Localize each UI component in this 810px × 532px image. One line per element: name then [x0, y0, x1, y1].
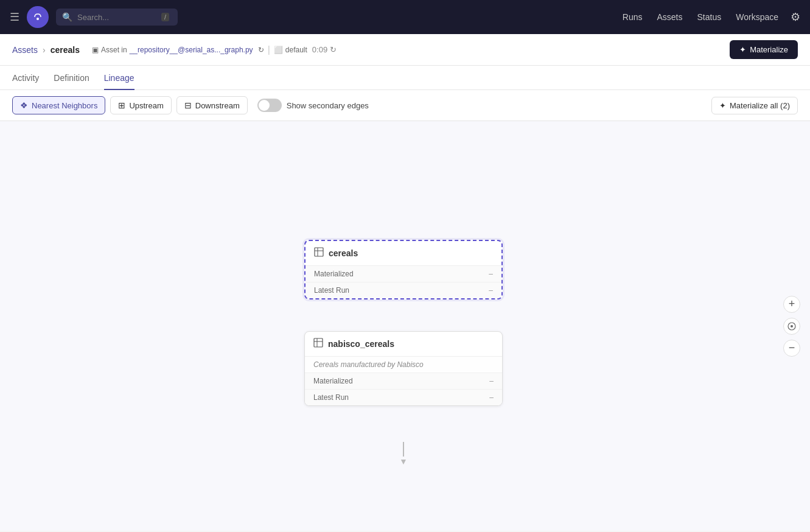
node-nabisco-name: nabisco_cereals [328, 339, 394, 349]
nav-runs[interactable]: Runs [623, 12, 643, 22]
node-cereals-materialized-label: Materialized [314, 270, 489, 278]
secondary-edges-label: Show secondary edges [287, 101, 369, 110]
nearest-neighbors-button[interactable]: ❖ Nearest Neighbors [12, 96, 105, 114]
materialize-all-button[interactable]: ✦ Materialize all (2) [711, 97, 798, 114]
repo-icon: ▣ [92, 46, 99, 54]
menu-icon[interactable]: ☰ [10, 10, 19, 24]
node-cereals-latest-run: Latest Run – [305, 282, 501, 298]
svg-point-1 [37, 18, 39, 20]
svg-rect-2 [315, 248, 323, 256]
nearest-neighbors-label: Nearest Neighbors [32, 101, 97, 110]
nav-status[interactable]: Status [697, 12, 722, 22]
node-nabisco-header: nabisco_cereals [305, 332, 502, 357]
node-nabisco-latest-run-value: – [489, 393, 494, 402]
node-cereals[interactable]: cereals Materialized – Latest Run – [304, 240, 503, 299]
node-cereals-icon [314, 247, 324, 259]
nearest-neighbors-icon: ❖ [20, 100, 28, 110]
asset-in-label: Asset in [101, 46, 127, 54]
node-cereals-latest-run-value: – [489, 286, 493, 295]
asset-node-nabisco[interactable]: nabisco_cereals Cereals manufactured by … [304, 331, 503, 406]
zoom-reset-button[interactable] [783, 318, 800, 335]
materialize-label: Materialize [750, 45, 788, 54]
downstream-icon: ⊟ [184, 100, 192, 110]
node-nabisco-materialized: Materialized – [305, 373, 502, 390]
node-cereals-materialized: Materialized – [305, 266, 501, 282]
node-cereals-latest-run-label: Latest Run [314, 286, 489, 295]
topnav-links: Runs Assets Status Workspace [623, 12, 778, 22]
tab-activity[interactable]: Activity [12, 66, 39, 90]
node-nabisco-description: Cereals manufactured by Nabisco [305, 357, 502, 373]
topnav: ☰ 🔍 / Runs Assets Status Workspace ⚙ [0, 0, 810, 34]
downstream-button[interactable]: ⊟ Downstream [176, 96, 248, 114]
node-nabisco-materialized-label: Materialized [313, 377, 489, 385]
zoom-out-button[interactable]: − [783, 340, 800, 357]
materialize-all-label: Materialize all (2) [730, 101, 790, 110]
meta-separator: | [268, 44, 270, 55]
connector-arrowhead: ▼ [399, 457, 408, 466]
svg-point-0 [32, 11, 44, 23]
node-nabisco-icon [313, 338, 323, 350]
svg-point-9 [791, 325, 793, 327]
search-bar[interactable]: 🔍 / [56, 9, 178, 26]
asset-node-cereals[interactable]: cereals Materialized – Latest Run – [304, 240, 503, 299]
svg-rect-5 [314, 338, 323, 347]
node-cereals-materialized-value: – [489, 270, 493, 278]
node-nabisco-cereals[interactable]: nabisco_cereals Cereals manufactured by … [304, 331, 503, 406]
default-badge: ⬜ default [274, 46, 307, 54]
materialize-icon: ✦ [739, 45, 746, 54]
settings-icon[interactable]: ⚙ [791, 10, 800, 24]
timer-value: 0:09 [312, 45, 327, 54]
breadcrumb-meta: ▣ Asset in __repository__@serial_as..._g… [92, 44, 307, 55]
tab-lineage[interactable]: Lineage [104, 66, 134, 90]
node-nabisco-latest-run-label: Latest Run [313, 393, 489, 402]
node-cereals-header: cereals [305, 241, 501, 266]
nav-assets[interactable]: Assets [657, 12, 683, 22]
materialize-all-icon: ✦ [719, 101, 726, 110]
default-label: default [285, 46, 307, 54]
tabs-bar: Activity Definition Lineage [0, 66, 810, 90]
upstream-icon: ⊞ [118, 100, 125, 110]
repo-info: ▣ Asset in __repository__@serial_as..._g… [92, 46, 264, 54]
downstream-label: Downstream [195, 101, 240, 110]
materialize-button[interactable]: ✦ Materialize [730, 40, 798, 59]
timer-refresh-icon[interactable]: ↻ [330, 45, 337, 54]
toggle-knob [259, 100, 270, 111]
tab-definition[interactable]: Definition [54, 66, 89, 90]
breadcrumb-bar: Assets › cereals ▣ Asset in __repository… [0, 34, 810, 66]
search-icon: 🔍 [62, 12, 72, 22]
breadcrumb-separator: › [43, 45, 46, 55]
search-input[interactable] [77, 13, 156, 22]
node-cereals-name: cereals [329, 248, 358, 258]
secondary-edges-toggle-container: Show secondary edges [257, 99, 369, 112]
breadcrumb-assets[interactable]: Assets [12, 45, 38, 55]
search-shortcut: / [161, 13, 169, 21]
connector-arrow: ▼ [403, 442, 404, 466]
zoom-controls: + − [783, 296, 800, 357]
connector-line [403, 442, 404, 457]
secondary-edges-toggle[interactable] [257, 99, 282, 112]
breadcrumb-current: cereals [51, 45, 80, 55]
repo-link[interactable]: __repository__@serial_as..._graph.py [130, 46, 253, 54]
nav-workspace[interactable]: Workspace [736, 12, 778, 22]
node-nabisco-materialized-value: – [489, 377, 494, 385]
default-icon: ⬜ [274, 46, 283, 54]
lineage-canvas: cereals Materialized – Latest Run – ▼ [0, 121, 810, 531]
upstream-label: Upstream [129, 101, 163, 110]
refresh-icon[interactable]: ↻ [258, 46, 264, 54]
toolbar: ❖ Nearest Neighbors ⊞ Upstream ⊟ Downstr… [0, 90, 810, 121]
logo[interactable] [27, 6, 49, 28]
zoom-in-button[interactable]: + [783, 296, 800, 313]
upstream-button[interactable]: ⊞ Upstream [110, 96, 171, 114]
timer-display: 0:09 ↻ [312, 45, 337, 54]
node-nabisco-latest-run: Latest Run – [305, 390, 502, 405]
